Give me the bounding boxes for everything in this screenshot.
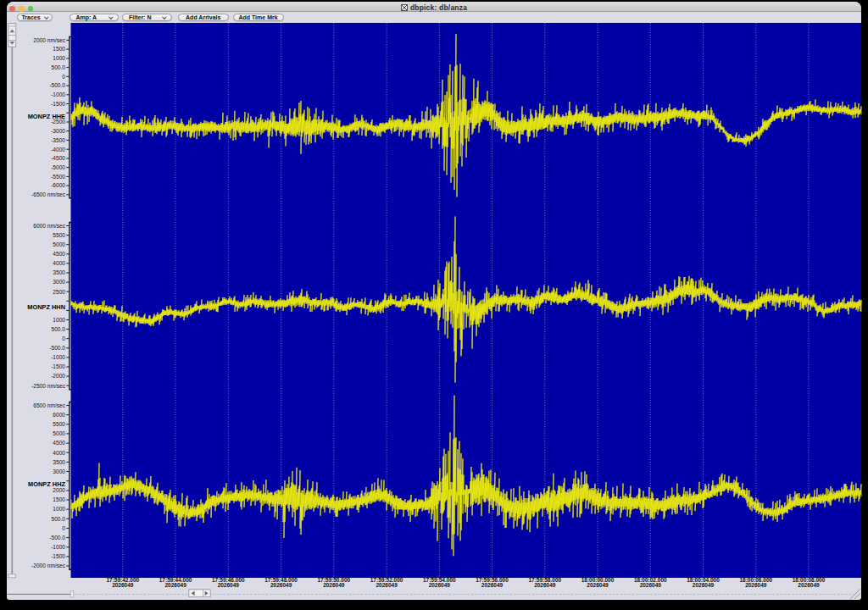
- svg-text:-6000: -6000: [51, 182, 65, 188]
- svg-text:1000: 1000: [53, 317, 65, 323]
- svg-text:-5500: -5500: [51, 174, 65, 180]
- svg-text:4000: 4000: [53, 260, 65, 266]
- svg-text:6500 nm/sec: 6500 nm/sec: [33, 402, 65, 408]
- svg-text:2000: 2000: [53, 487, 65, 493]
- svg-text:-500.0: -500.0: [49, 535, 65, 541]
- svg-text:0: 0: [62, 525, 65, 531]
- svg-text:-3500: -3500: [51, 137, 65, 143]
- svg-text:2026049: 2026049: [745, 582, 767, 588]
- svg-text:MONPZ HHE: MONPZ HHE: [28, 113, 65, 120]
- svg-text:2026049: 2026049: [429, 582, 451, 588]
- svg-text:2026049: 2026049: [112, 582, 134, 588]
- svg-text:5000: 5000: [53, 241, 65, 247]
- svg-text:500.0: 500.0: [51, 326, 65, 332]
- svg-text:-1000: -1000: [51, 544, 65, 550]
- svg-text:4500: 4500: [53, 440, 65, 446]
- svg-text:2026049: 2026049: [481, 582, 504, 588]
- svg-text:-1500: -1500: [51, 553, 65, 559]
- svg-text:-1500: -1500: [51, 101, 65, 107]
- svg-text:-2500 nm/sec: -2500 nm/sec: [31, 383, 66, 389]
- svg-text:1500: 1500: [53, 496, 65, 502]
- svg-text:5500: 5500: [53, 232, 65, 238]
- svg-text:3500: 3500: [53, 269, 65, 275]
- svg-text:-1000: -1000: [51, 354, 65, 360]
- svg-text:2026049: 2026049: [218, 582, 240, 588]
- svg-text:500.0: 500.0: [51, 516, 65, 522]
- svg-text:MONPZ HHZ: MONPZ HHZ: [28, 480, 65, 488]
- svg-text:6000: 6000: [53, 412, 65, 418]
- svg-text:-3000: -3000: [51, 128, 65, 134]
- svg-text:4500: 4500: [53, 251, 65, 257]
- svg-text:6000 nm/sec: 6000 nm/sec: [33, 223, 65, 229]
- svg-text:3000: 3000: [53, 469, 65, 474]
- svg-text:2026049: 2026049: [798, 582, 820, 588]
- svg-text:2026049: 2026049: [587, 582, 609, 588]
- svg-text:2500: 2500: [53, 289, 65, 295]
- svg-text:2026049: 2026049: [270, 582, 292, 588]
- svg-text:3000: 3000: [53, 279, 65, 285]
- svg-text:2026049: 2026049: [693, 582, 715, 588]
- svg-text:2026049: 2026049: [534, 582, 556, 588]
- svg-text:0: 0: [62, 74, 65, 80]
- svg-text:-2000: -2000: [51, 373, 65, 379]
- svg-text:1500: 1500: [53, 46, 65, 52]
- svg-text:-2000 nm/sec: -2000 nm/sec: [31, 563, 66, 568]
- svg-text:MONPZ HHN: MONPZ HHN: [27, 303, 65, 311]
- svg-text:-1500: -1500: [51, 363, 65, 369]
- svg-text:5500: 5500: [53, 421, 65, 427]
- svg-text:-5000: -5000: [51, 164, 65, 170]
- svg-text:0: 0: [62, 336, 65, 341]
- svg-text:-4000: -4000: [51, 147, 65, 152]
- svg-text:-1000: -1000: [51, 92, 65, 97]
- svg-text:-4500: -4500: [51, 155, 65, 161]
- svg-text:5000: 5000: [53, 430, 65, 436]
- svg-text:2000 nm/sec: 2000 nm/sec: [33, 37, 65, 43]
- svg-text:-500.0: -500.0: [49, 82, 65, 88]
- svg-text:2026049: 2026049: [323, 582, 345, 588]
- svg-text:500.0: 500.0: [51, 64, 65, 70]
- svg-text:1000: 1000: [53, 506, 65, 512]
- svg-text:2026049: 2026049: [640, 582, 662, 588]
- svg-text:4000: 4000: [53, 450, 65, 456]
- svg-text:2026049: 2026049: [164, 582, 186, 588]
- svg-text:1000: 1000: [53, 55, 65, 61]
- svg-text:-6500 nm/sec: -6500 nm/sec: [31, 191, 66, 197]
- svg-text:2026049: 2026049: [376, 582, 398, 588]
- svg-text:-500.0: -500.0: [49, 345, 65, 351]
- svg-text:3500: 3500: [53, 459, 65, 465]
